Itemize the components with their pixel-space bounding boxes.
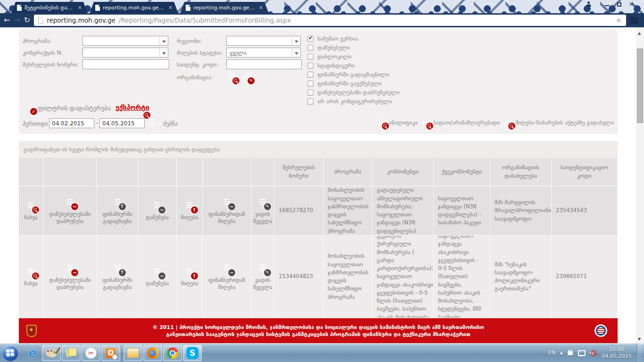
- checkbox[interactable]: [307, 45, 314, 51]
- execution-number-input[interactable]: [83, 59, 169, 69]
- close-button[interactable]: ✕: [629, 1, 634, 8]
- browser-tab-1[interactable]: შეტყობინების დამატება ✕: [11, 2, 88, 13]
- period-to-input[interactable]: [99, 118, 145, 128]
- taskbar-skype[interactable]: S: [183, 345, 202, 361]
- forward-button[interactable]: →: [14, 16, 20, 24]
- checkbox-cancelled-financial[interactable]: ფინანსურში გაუქმებული: [307, 80, 381, 87]
- start-button[interactable]: [2, 345, 18, 361]
- export-link[interactable]: ექსპორტი: [116, 104, 149, 111]
- scrollbar-thumb[interactable]: [637, 49, 643, 123]
- send-to-financial-button[interactable]: ფინანსურში გადაგზავნა: [97, 236, 138, 318]
- reload-button[interactable]: ↻: [24, 16, 30, 24]
- checkbox[interactable]: [307, 81, 314, 87]
- checkbox-statistical[interactable]: სტატისტიკური: [307, 62, 355, 69]
- maximize-button[interactable]: [617, 2, 621, 7]
- checkbox-returned-institution[interactable]: დაწესებულებაში დაბრუნებული: [307, 89, 400, 96]
- program-select[interactable]: [83, 36, 168, 46]
- profile-icon[interactable]: [586, 1, 591, 7]
- analytics-button[interactable]: [377, 117, 386, 128]
- sticky-notes-icon: [66, 348, 76, 358]
- browser-tab-3-active[interactable]: reporting.moh.gov.ge/Rep ✕: [180, 2, 269, 13]
- reject-button[interactable]: დაწუნება: [138, 236, 177, 318]
- taskbar-chrome[interactable]: [163, 345, 182, 361]
- taskbar-internet-explorer[interactable]: e: [22, 345, 41, 361]
- window-controls: ✕: [605, 1, 634, 8]
- arrow-up-icon: [119, 269, 126, 276]
- bookmark-star-icon[interactable]: ★: [616, 16, 622, 25]
- receive-button[interactable]: მიღება: [177, 236, 203, 318]
- receive-from-financial-button[interactable]: ფინანსურიდან მიღება: [203, 236, 251, 318]
- header-execution-number[interactable]: შესრულების ნომერი: [274, 158, 323, 186]
- confirm-filter-button[interactable]: [23, 101, 35, 113]
- clock[interactable]: 15:00 04.05.2015: [601, 346, 632, 360]
- data-grid: შესრულების ნომერი პროგრამა კომპონენტი ქვ…: [19, 158, 618, 318]
- header-subcomponent[interactable]: ქვეკომპონენტი: [434, 158, 490, 186]
- show-desktop-button[interactable]: [637, 344, 643, 362]
- checkbox-not-configured[interactable]: არ არის კონფიგურირებული: [307, 98, 392, 105]
- taskbar-paint[interactable]: [42, 345, 61, 361]
- contract-label: კონტრაქტის N:: [23, 49, 63, 56]
- ident-code-input[interactable]: [226, 59, 302, 69]
- tab-close-icon[interactable]: ✕: [168, 5, 173, 10]
- back-button[interactable]: ←: [4, 16, 10, 24]
- minus-icon: [158, 206, 165, 214]
- network-icon[interactable]: [578, 350, 585, 356]
- taskbar-outlook[interactable]: O: [101, 345, 120, 361]
- organization-edit-button[interactable]: [241, 71, 251, 82]
- power-icon[interactable]: [568, 350, 573, 356]
- taskbar-firefox[interactable]: [143, 345, 162, 361]
- checkbox[interactable]: [307, 63, 314, 69]
- checkbox[interactable]: [307, 72, 314, 78]
- language-indicator[interactable]: EN: [548, 350, 555, 356]
- tab-close-icon[interactable]: ✕: [78, 5, 82, 10]
- header-organization[interactable]: ორგანიზაციის დასახელება: [490, 158, 552, 186]
- receive-button[interactable]: მიღება: [177, 186, 203, 236]
- checkbox-blocked[interactable]: დაბლოკილი: [307, 53, 352, 60]
- scroll-up-icon[interactable]: ▲: [638, 31, 641, 35]
- return-to-institution-button[interactable]: დაწესებულებაში დაბრუნება: [43, 236, 97, 318]
- receive-from-financial-button[interactable]: ფინანსურიდან მიღება: [203, 186, 251, 236]
- organization-label: ორგანიზაცია:: [177, 74, 213, 81]
- header-program[interactable]: პროგრამა: [323, 158, 372, 186]
- checkbox-rejected[interactable]: დაწუნებული: [307, 44, 350, 51]
- change-deadline-button[interactable]: ვადის შეცვლა: [251, 236, 274, 318]
- taskbar-sticky-notes[interactable]: [62, 345, 81, 361]
- cell-program: მოსახლეობის საყოველთაო ჯანმრთელობის დაცვ…: [323, 186, 372, 236]
- paint-icon: [46, 349, 57, 357]
- checkbox-label: ფინანსურში გადაგზავნილი: [317, 71, 389, 78]
- browser-tab-2[interactable]: reporting.moh.gov.ge/Rep ✕: [90, 2, 178, 13]
- page-scrollbar[interactable]: ▲ ▼: [636, 27, 644, 343]
- footer-text: © 2011 | პროექტი ხორციელდება შრომის, ჯან…: [152, 324, 484, 338]
- status-select[interactable]: ყველა: [226, 48, 301, 58]
- return-to-institution-button[interactable]: დაწესებულებაში დაბრუნება: [43, 186, 97, 236]
- acceptance-acts-button[interactable]: [503, 117, 512, 128]
- view-button[interactable]: ნახვა: [19, 236, 43, 318]
- header-component[interactable]: კომპონენტი: [372, 158, 434, 186]
- view-button[interactable]: ნახვა: [19, 186, 43, 236]
- volume-muted-icon[interactable]: [589, 350, 596, 356]
- chrome-menu-icon[interactable]: [630, 17, 638, 24]
- tab-close-icon[interactable]: ✕: [259, 5, 263, 10]
- tray-expand-icon[interactable]: ▲: [560, 351, 563, 355]
- checkbox[interactable]: [307, 54, 314, 60]
- search-icon: [382, 123, 389, 130]
- checkbox-working-version[interactable]: სამუშაო ვერსია: [307, 35, 358, 42]
- region-select[interactable]: [226, 36, 301, 46]
- change-deadline-button[interactable]: ვადის შეცვლა: [251, 186, 274, 236]
- send-to-financial-button[interactable]: ფინანსურში გადაგზავნა: [97, 186, 138, 236]
- organization-search-button[interactable]: [226, 71, 236, 82]
- checkbox-sent-financial[interactable]: ფინანსურში გადაგზავნილი: [307, 71, 389, 78]
- contract-select[interactable]: [83, 48, 168, 58]
- address-bar[interactable]: reporting.moh.gov.ge /Reporting/Pages/Da…: [34, 15, 626, 26]
- reject-button[interactable]: დაწუნება: [138, 186, 177, 236]
- disputed-button[interactable]: [421, 117, 430, 128]
- scroll-down-icon[interactable]: ▼: [638, 337, 641, 341]
- checkbox[interactable]: [307, 36, 314, 42]
- taskbar-snipping-tool[interactable]: ✂: [82, 345, 100, 361]
- checkbox[interactable]: [307, 99, 314, 105]
- header-ident-code[interactable]: საიდენტიფიკაციო კოდი: [552, 158, 618, 186]
- minimize-button[interactable]: [605, 5, 610, 6]
- period-from-input[interactable]: [49, 118, 94, 128]
- checkbox[interactable]: [307, 90, 314, 96]
- taskbar-explorer[interactable]: [124, 345, 142, 361]
